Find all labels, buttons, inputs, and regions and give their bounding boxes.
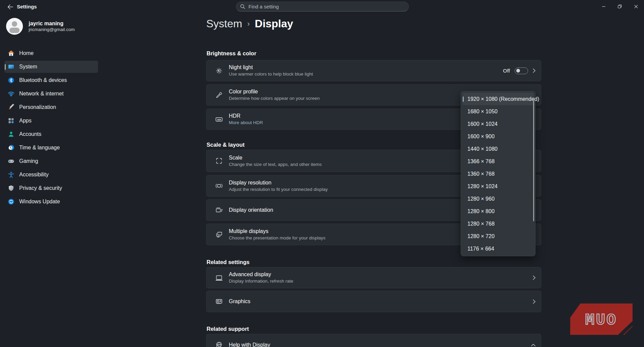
close-button[interactable] bbox=[628, 0, 644, 13]
graphics-row[interactable]: Graphics bbox=[206, 291, 541, 312]
restore-icon bbox=[618, 4, 622, 8]
globe-search-icon bbox=[215, 341, 223, 347]
search-icon bbox=[240, 4, 245, 9]
minimize-icon bbox=[602, 5, 606, 8]
setting-title: Help with Display bbox=[229, 342, 270, 347]
user-profile[interactable]: jayric maning jricmaning@gmail.com bbox=[6, 18, 75, 35]
home-icon bbox=[8, 50, 14, 57]
section-scale-layout: Scale & layout bbox=[207, 142, 245, 148]
muo-watermark: MUO bbox=[570, 303, 633, 335]
person-icon bbox=[8, 131, 14, 138]
resolution-dropdown: 1920 × 1080 (Recommended) 1680 × 1050 16… bbox=[461, 91, 535, 256]
graphics-icon bbox=[215, 297, 223, 306]
sidebar-item-gaming[interactable]: Gaming bbox=[4, 155, 98, 167]
resolution-option[interactable]: 1366 × 768 bbox=[463, 155, 533, 168]
more-about-hdr-link[interactable]: More about HDR bbox=[229, 120, 263, 126]
search-input[interactable] bbox=[248, 4, 404, 9]
back-button[interactable] bbox=[5, 3, 16, 10]
back-arrow-icon bbox=[7, 4, 13, 9]
maximize-button[interactable] bbox=[612, 0, 628, 13]
sidebar-item-privacy-security[interactable]: Privacy & security bbox=[4, 182, 98, 194]
resolution-option[interactable]: 1280 × 768 bbox=[463, 218, 533, 230]
resolution-option[interactable]: 1600 × 1024 bbox=[463, 118, 533, 130]
breadcrumb: System › Display bbox=[206, 18, 293, 30]
chevron-up-icon bbox=[531, 344, 535, 346]
resolution-option[interactable]: 1280 × 720 bbox=[463, 230, 533, 242]
sidebar-item-label: Windows Update bbox=[19, 199, 60, 205]
breadcrumb-separator: › bbox=[247, 20, 250, 28]
setting-title: Color profile bbox=[229, 88, 319, 95]
resolution-option[interactable]: 1360 × 768 bbox=[463, 168, 533, 180]
resolution-option[interactable]: 1176 × 664 bbox=[463, 242, 533, 255]
sidebar-item-label: Accessibility bbox=[19, 172, 49, 178]
resolution-option[interactable]: 1440 × 1080 bbox=[463, 143, 533, 155]
sidebar-item-system[interactable]: System bbox=[4, 61, 98, 73]
sidebar-item-apps[interactable]: Apps bbox=[4, 115, 98, 127]
sidebar-item-network-internet[interactable]: Network & internet bbox=[4, 88, 98, 100]
chevron-right-icon bbox=[533, 299, 535, 304]
setting-subtitle: Adjust the resolution to fit your connec… bbox=[229, 186, 328, 193]
clock-icon bbox=[8, 144, 14, 151]
sidebar: jayric maning jricmaning@gmail.com Home … bbox=[0, 13, 100, 347]
hdr-icon: HDR bbox=[215, 115, 223, 123]
resolution-option[interactable]: 1280 × 1024 bbox=[463, 180, 533, 193]
minimize-button[interactable] bbox=[595, 0, 612, 13]
sidebar-item-accounts[interactable]: Accounts bbox=[4, 128, 98, 140]
toggle-knob bbox=[516, 69, 520, 73]
sidebar-item-personalization[interactable]: Personalization bbox=[4, 101, 98, 113]
sidebar-item-bluetooth-devices[interactable]: Bluetooth & devices bbox=[4, 74, 98, 86]
help-with-display-row[interactable]: Help with Display bbox=[206, 334, 541, 347]
setting-subtitle: Display information, refresh rate bbox=[229, 278, 293, 284]
user-email: jricmaning@gmail.com bbox=[29, 27, 75, 32]
setting-title: Advanced display bbox=[229, 271, 293, 278]
section-related-support: Related support bbox=[207, 326, 249, 332]
window-controls bbox=[595, 0, 644, 13]
sidebar-item-label: Network & internet bbox=[19, 91, 64, 97]
setting-title: Display orientation bbox=[229, 207, 273, 213]
scale-icon bbox=[215, 157, 223, 165]
setting-title: Night light bbox=[229, 64, 313, 71]
sidebar-item-label: Time & language bbox=[19, 145, 60, 151]
sidebar-item-accessibility[interactable]: Accessibility bbox=[4, 169, 98, 181]
svg-text:HDR: HDR bbox=[217, 118, 221, 120]
sidebar-item-label: System bbox=[19, 64, 37, 70]
multiple-displays-icon bbox=[215, 230, 223, 238]
toggle-state-label: Off bbox=[503, 68, 510, 74]
close-icon bbox=[634, 5, 638, 8]
sidebar-item-label: Home bbox=[19, 50, 34, 56]
resolution-option[interactable]: 1280 × 960 bbox=[463, 193, 533, 205]
sidebar-item-windows-update[interactable]: Windows Update bbox=[4, 196, 98, 208]
user-name: jayric maning bbox=[29, 20, 75, 27]
dropdown-scrollbar[interactable] bbox=[533, 97, 534, 221]
resolution-option-selected[interactable]: 1920 × 1080 (Recommended) bbox=[463, 93, 533, 105]
sidebar-item-label: Apps bbox=[19, 118, 31, 124]
sidebar-item-label: Accounts bbox=[19, 131, 41, 137]
setting-subtitle: Determine how colors appear on your scre… bbox=[229, 95, 319, 102]
sidebar-item-label: Bluetooth & devices bbox=[19, 77, 67, 83]
muo-watermark-text: MUO bbox=[585, 312, 617, 329]
resolution-option[interactable]: 1600 × 900 bbox=[463, 130, 533, 143]
night-light-row[interactable]: Night light Use warmer colors to help bl… bbox=[206, 60, 541, 81]
accessibility-icon bbox=[8, 171, 14, 178]
resolution-option[interactable]: 1680 × 1050 bbox=[463, 105, 533, 118]
sidebar-item-label: Gaming bbox=[19, 158, 38, 164]
setting-title: Scale bbox=[229, 154, 321, 161]
search-box[interactable] bbox=[236, 2, 409, 11]
section-related-settings: Related settings bbox=[207, 259, 249, 265]
chevron-right-icon bbox=[533, 276, 535, 280]
night-light-toggle[interactable] bbox=[515, 67, 528, 74]
advanced-display-row[interactable]: Advanced display Display information, re… bbox=[206, 267, 541, 288]
breadcrumb-system[interactable]: System bbox=[206, 18, 242, 30]
setting-subtitle: Change the size of text, apps, and other… bbox=[229, 162, 321, 168]
update-icon bbox=[8, 198, 14, 205]
sidebar-item-home[interactable]: Home bbox=[4, 47, 98, 59]
apps-icon bbox=[8, 117, 14, 124]
section-brightness-color: Brightness & color bbox=[207, 50, 256, 57]
resolution-option[interactable]: 1280 × 800 bbox=[463, 205, 533, 218]
wifi-icon bbox=[8, 90, 14, 97]
sidebar-item-time-language[interactable]: Time & language bbox=[4, 142, 98, 154]
bluetooth-icon bbox=[8, 77, 14, 84]
avatar bbox=[6, 18, 23, 35]
setting-title: Multiple displays bbox=[229, 228, 326, 235]
display-orientation-icon bbox=[215, 206, 223, 214]
